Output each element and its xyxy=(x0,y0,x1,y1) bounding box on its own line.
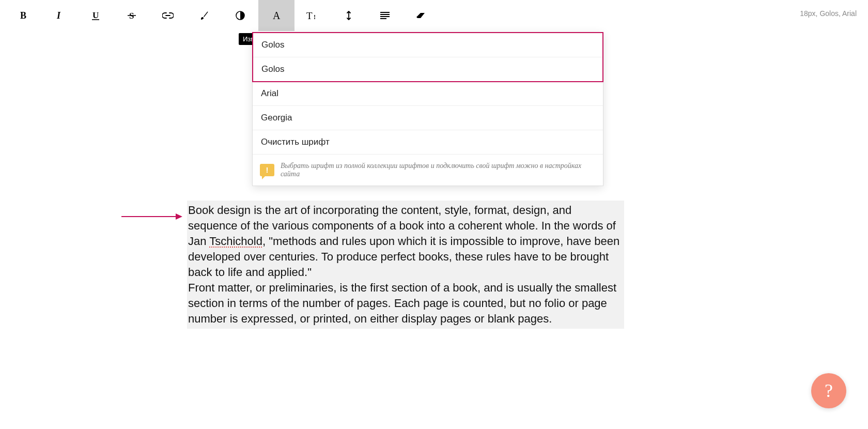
bold-button[interactable]: B xyxy=(5,0,41,31)
text-color-button[interactable] xyxy=(186,0,222,31)
svg-text:B: B xyxy=(20,11,26,20)
align-button[interactable] xyxy=(367,0,403,31)
paragraph: Book design is the art of incorporating … xyxy=(188,203,623,280)
hint-text: Выбрать шрифт из полной коллекции шрифто… xyxy=(281,162,596,178)
svg-text:T: T xyxy=(306,10,313,21)
line-height-icon xyxy=(345,10,352,21)
help-button[interactable]: ? xyxy=(811,373,846,408)
link-icon xyxy=(162,12,174,19)
font-icon: A xyxy=(271,10,282,21)
font-family-button[interactable]: A xyxy=(258,0,295,31)
paragraph: Front matter, or preliminaries, is the f… xyxy=(188,280,623,327)
warning-icon xyxy=(260,164,274,176)
text-size-button[interactable]: T! xyxy=(295,0,331,31)
svg-text:U: U xyxy=(92,10,99,20)
question-icon: ? xyxy=(825,380,833,402)
formatting-toolbar: B I U S A T! xyxy=(0,0,868,31)
line-height-button[interactable] xyxy=(331,0,367,31)
svg-marker-15 xyxy=(176,213,182,220)
dropdown-highlight-group: Golos Golos xyxy=(252,32,603,82)
arrow-annotation xyxy=(121,211,183,222)
clear-format-button[interactable] xyxy=(403,0,439,31)
svg-text:!: ! xyxy=(314,13,316,21)
eraser-icon xyxy=(415,12,427,19)
contrast-icon xyxy=(236,11,245,20)
align-icon xyxy=(380,12,390,19)
font-option[interactable]: Arial xyxy=(253,82,603,106)
strikethrough-button[interactable]: S xyxy=(114,0,150,31)
font-clear-option[interactable]: Очистить шрифт xyxy=(253,130,603,155)
font-dropdown: Golos Golos Arial Georgia Очистить шрифт… xyxy=(252,32,603,186)
text-size-icon: T! xyxy=(306,10,319,21)
spellcheck-word: Tschichold xyxy=(209,235,262,248)
italic-button[interactable]: I xyxy=(41,0,78,31)
status-text: 18px, Golos, Arial xyxy=(800,9,857,18)
font-option[interactable]: Golos xyxy=(253,57,602,81)
dropdown-hint: Выбрать шрифт из полной коллекции шрифто… xyxy=(253,155,603,186)
font-option[interactable]: Golos xyxy=(253,33,602,57)
underline-button[interactable]: U xyxy=(78,0,114,31)
text-content-block[interactable]: Book design is the art of incorporating … xyxy=(187,201,624,329)
brush-icon xyxy=(199,10,209,21)
svg-text:A: A xyxy=(273,10,281,21)
svg-text:I: I xyxy=(56,11,61,20)
link-button[interactable] xyxy=(150,0,186,31)
font-option[interactable]: Georgia xyxy=(253,106,603,130)
contrast-button[interactable] xyxy=(222,0,258,31)
